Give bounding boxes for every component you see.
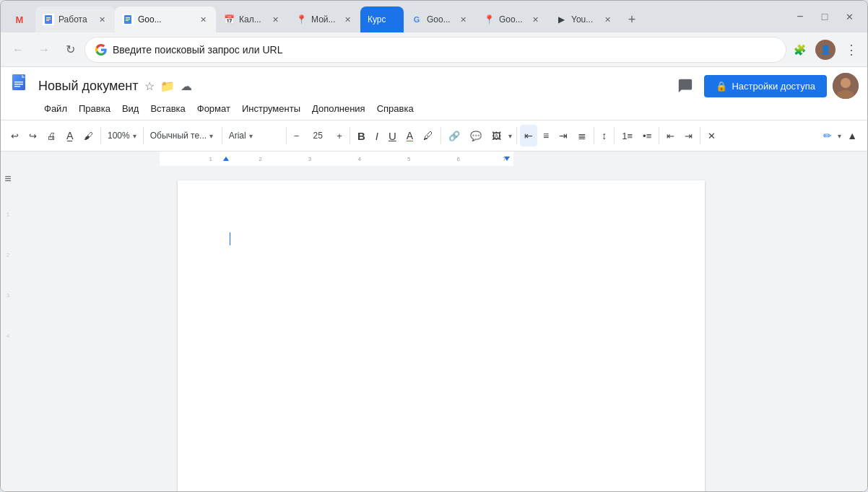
folder-icon[interactable]: 📁 (160, 79, 175, 93)
menu-insert[interactable]: Вставка (144, 100, 191, 117)
cal-tab-close[interactable]: ✕ (269, 14, 281, 25)
address-bar[interactable]: Введите поисковый запрос или URL (84, 37, 786, 63)
clear-format-button[interactable]: ✕ (703, 125, 720, 146)
zoom-value: 100% (108, 131, 130, 141)
cal-favicon: 📅 (223, 14, 235, 25)
collapse-toolbar-button[interactable]: ▲ (843, 125, 862, 146)
page-area[interactable] (15, 166, 867, 491)
print-button[interactable]: 🖨 (43, 125, 61, 146)
minimize-button[interactable]: − (791, 7, 810, 26)
increase-indent-button[interactable]: ⇥ (680, 125, 697, 146)
text-cursor (230, 232, 230, 245)
align-right-button[interactable]: ⇥ (555, 125, 572, 146)
forward-button[interactable]: → (32, 38, 56, 61)
maximize-button[interactable]: □ (815, 7, 834, 26)
docs-user-avatar[interactable] (833, 73, 859, 99)
decrease-indent-button[interactable]: ⇤ (662, 125, 679, 146)
document-title[interactable]: Новый документ (38, 79, 139, 94)
align-justify-button[interactable]: ≣ (573, 125, 591, 146)
menu-view[interactable]: Вид (116, 100, 145, 117)
cloud-icon[interactable]: ☁ (181, 79, 192, 93)
goo3-favicon: 📍 (483, 14, 495, 25)
outline-toggle-icon[interactable]: ≡ (1, 170, 14, 188)
maps-tab-close[interactable]: ✕ (342, 14, 353, 25)
tab-google-docs[interactable]: Goo... ✕ (115, 6, 216, 32)
line-spacing-button[interactable]: ↕ (597, 125, 611, 146)
svg-rect-7 (126, 17, 130, 18)
align-center-button[interactable]: ≡ (539, 125, 553, 146)
separator-11 (700, 127, 700, 144)
highlight-button[interactable]: 🖊 (419, 125, 438, 146)
menu-tools[interactable]: Инструменты (236, 100, 306, 117)
docs-header-right: 🔒 Настройки доступа (672, 73, 859, 99)
extensions-button[interactable]: 🧩 (789, 40, 810, 60)
new-tab-button[interactable]: + (620, 6, 643, 32)
goo2-tab-close[interactable]: ✕ (457, 14, 469, 25)
font-selector[interactable]: Arial ▾ (225, 125, 283, 146)
svg-rect-15 (14, 86, 20, 87)
menu-addons[interactable]: Дополнения (306, 100, 371, 117)
edit-mode-button[interactable]: ✏ (819, 125, 836, 146)
vertical-ruler: ≡ 1 2 3 4 (1, 166, 15, 491)
docs-menu-row: Файл Правка Вид Вставка Формат Инструмен… (1, 99, 867, 120)
menu-help[interactable]: Справка (371, 100, 420, 117)
rabota-tab-title: Работа (58, 14, 92, 25)
inline-comment-button[interactable]: 💬 (466, 125, 486, 146)
redo-button[interactable]: ↪ (25, 125, 41, 146)
numbered-list-button[interactable]: 1≡ (617, 125, 637, 146)
rabota-tab-close[interactable]: ✕ (96, 14, 108, 25)
bold-button[interactable]: B (353, 125, 370, 146)
tab-course[interactable]: Курс (360, 6, 404, 32)
tab-calendar[interactable]: 📅 Кал... ✕ (216, 6, 288, 32)
docs-favicon (122, 14, 134, 25)
link-button[interactable]: 🔗 (444, 125, 464, 146)
tab-maps[interactable]: 📍 Мой... ✕ (288, 6, 360, 32)
align-left-button[interactable]: ⇤ (520, 125, 537, 146)
close-button[interactable]: ✕ (840, 7, 859, 26)
star-icon[interactable]: ☆ (144, 79, 155, 93)
style-value: Обычный те... (150, 131, 207, 141)
paint-format-button[interactable]: 🖌 (79, 125, 97, 146)
menu-file[interactable]: Файл (38, 100, 73, 117)
spellcheck-button[interactable]: A̲ (62, 125, 78, 146)
chrome-window: M Работа ✕ Goo... ✕ 📅 Кал.. (0, 0, 868, 492)
maps-tab-title: Мой... (311, 14, 337, 25)
tab-goo2[interactable]: G Goo... ✕ (404, 6, 476, 32)
edit-mode-chevron[interactable]: ▾ (838, 132, 841, 140)
back-button[interactable]: ← (6, 38, 30, 61)
chrome-menu-button[interactable]: ⋮ (841, 40, 862, 60)
undo-button[interactable]: ↩ (6, 125, 23, 146)
svg-rect-2 (46, 17, 51, 18)
tab-rabota[interactable]: Работа ✕ (35, 6, 115, 32)
text-color-button[interactable]: A (402, 125, 417, 146)
underline-button[interactable]: U (384, 125, 401, 146)
font-size-increase-button[interactable]: + (332, 125, 347, 146)
italic-button[interactable]: I (371, 125, 383, 146)
image-button[interactable]: 🖼 (487, 125, 505, 146)
share-button[interactable]: 🔒 Настройки доступа (704, 75, 827, 97)
window-controls: − □ ✕ (785, 1, 867, 32)
font-size-selector[interactable]: 25 (305, 125, 331, 146)
document-page[interactable] (178, 180, 705, 491)
docs-tab-close[interactable]: ✕ (197, 14, 209, 25)
image-chevron[interactable]: ▾ (507, 132, 513, 140)
comment-button[interactable] (672, 73, 698, 99)
menu-edit[interactable]: Правка (73, 100, 116, 117)
address-bar-row: ← → ↻ Введите поисковый запрос или URL 🧩… (1, 32, 867, 67)
zoom-selector[interactable]: 100% ▾ (104, 125, 140, 146)
tab-youtube[interactable]: ▶ You... ✕ (548, 6, 620, 32)
font-chevron: ▾ (249, 132, 253, 140)
reload-button[interactable]: ↻ (58, 38, 82, 61)
chrome-user-avatar[interactable]: 👤 (815, 40, 836, 60)
goo3-tab-close[interactable]: ✕ (529, 14, 541, 25)
style-selector[interactable]: Обычный те... ▾ (147, 125, 219, 146)
tab-goo3[interactable]: 📍 Goo... ✕ (476, 6, 548, 32)
font-size-decrease-button[interactable]: − (290, 125, 304, 146)
svg-rect-9 (126, 20, 129, 21)
rabota-favicon (43, 14, 54, 25)
menu-format[interactable]: Формат (191, 100, 236, 117)
url-text: Введите поисковый запрос или URL (113, 44, 776, 56)
yt-tab-close[interactable]: ✕ (602, 14, 613, 25)
bullet-list-button[interactable]: •≡ (638, 125, 656, 146)
tab-gmail[interactable]: M (6, 6, 35, 32)
